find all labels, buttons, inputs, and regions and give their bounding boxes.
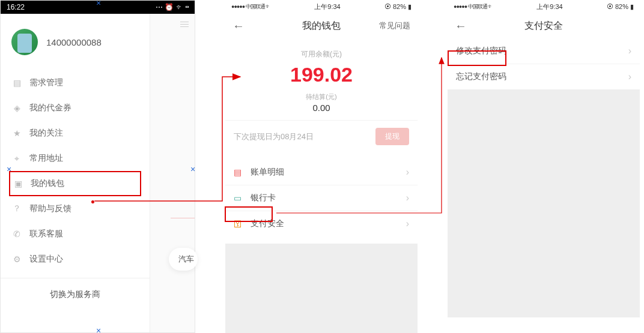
- withdraw-button[interactable]: 提现: [375, 128, 409, 145]
- list-icon: ▤: [234, 167, 245, 177]
- sidebar-item-0[interactable]: ▤需求管理: [1, 70, 150, 95]
- sidebar-item-3[interactable]: ⌖常用地址: [1, 146, 150, 171]
- withdraw-note: 下次提现日为08月24日: [234, 131, 314, 142]
- empty-area: [448, 89, 640, 317]
- menu-label: 常用地址: [29, 153, 63, 164]
- nav-title: 支付安全: [491, 20, 597, 32]
- battery: ⦿ 82% ▮: [607, 3, 634, 11]
- list-label: 忘记支付密码: [456, 71, 506, 82]
- annotation-marker-x: ×: [190, 164, 195, 174]
- empty-area: [225, 244, 418, 333]
- wallet-list: ▤账单明细›▭银行卡›⚿支付安全›: [225, 160, 418, 236]
- chevron-right-icon: ›: [628, 71, 631, 82]
- menu-label: 我的代金券: [29, 103, 71, 113]
- main-panel-peek: ——— 汽车: [150, 14, 195, 332]
- sidebar-item-7[interactable]: ⚙设置中心: [1, 247, 150, 272]
- annotation-marker-x: ×: [96, 326, 101, 333]
- screen-2-wallet: ●●●●● 中国联通 ᯤ 上午9:34 ⦿ 82% ▮ ← 我的钱包 常见问题 …: [225, 0, 418, 333]
- menu-icon: ◈: [11, 103, 22, 113]
- security-list-item-1[interactable]: 忘记支付密码›: [448, 64, 640, 89]
- drawer-sidebar: 14000000088 ▤需求管理◈我的代金券★我的关注⌖常用地址▣我的钱包？帮…: [1, 14, 150, 332]
- status-time: 16:22: [7, 3, 25, 11]
- menu-label: 我的钱包: [31, 178, 64, 189]
- profile-row[interactable]: 14000000088: [1, 14, 150, 70]
- menu-label: 我的关注: [29, 128, 63, 139]
- category-chip[interactable]: 汽车: [169, 248, 198, 271]
- pending-label: 待结算(元): [225, 92, 418, 101]
- wallet-list-item-0[interactable]: ▤账单明细›: [225, 160, 418, 185]
- annotation-marker-x: ×: [96, 0, 101, 8]
- status-icons: ⋯ ⏰ ᯤ ▭: [156, 3, 189, 11]
- list-icon: ▭: [234, 193, 245, 203]
- annotation-marker-x: ×: [7, 164, 11, 174]
- menu-icon: ▣: [13, 178, 23, 189]
- status-time: 上午9:34: [314, 2, 340, 11]
- menu-icon: ✆: [11, 229, 22, 239]
- pending-amount: 0.00: [225, 103, 418, 113]
- menu-icon: ★: [11, 128, 22, 139]
- screen-1-sidebar: 16:22 ⋯ ⏰ ᯤ ▭ 14000000088 ▤需求管理◈我的代金券★我的…: [0, 0, 195, 333]
- signal: ●●●●● 中国联通 ᯤ: [454, 3, 493, 11]
- list-label: 银行卡: [251, 193, 276, 203]
- status-time: 上午9:34: [536, 2, 562, 11]
- sidebar-item-4[interactable]: ▣我的钱包: [9, 171, 141, 196]
- signal: ●●●●● 中国联通 ᯤ: [231, 3, 270, 11]
- back-icon[interactable]: ←: [232, 19, 269, 33]
- sidebar-item-1[interactable]: ◈我的代金券: [1, 95, 150, 121]
- faq-link[interactable]: 常见问题: [374, 20, 410, 31]
- menu-label: 设置中心: [29, 254, 63, 265]
- balance-label: 可用余额(元): [225, 49, 418, 59]
- annotation-box-payment-security: [225, 206, 273, 222]
- menu-label: 需求管理: [29, 77, 63, 88]
- menu-icon: ⚙: [11, 254, 22, 265]
- chevron-right-icon: ›: [406, 193, 409, 203]
- list-label: 账单明细: [251, 167, 284, 178]
- balance-block: 可用余额(元) 199.02 待结算(元) 0.00: [225, 38, 418, 120]
- chevron-right-icon: ›: [628, 46, 631, 56]
- back-icon[interactable]: ←: [455, 19, 491, 33]
- avatar: [11, 29, 38, 55]
- sidebar-item-5[interactable]: ？帮助与反馈: [1, 196, 150, 221]
- nav-title: 我的钱包: [269, 20, 374, 32]
- ios-statusbar: ●●●●● 中国联通 ᯤ 上午9:34 ⦿ 82% ▮: [448, 0, 640, 13]
- withdraw-row: 下次提现日为08月24日 提现: [225, 120, 418, 152]
- ios-statusbar: ●●●●● 中国联通 ᯤ 上午9:34 ⦿ 82% ▮: [225, 0, 418, 13]
- menu-icon: ⌖: [11, 153, 22, 164]
- navbar: ← 我的钱包 常见问题: [225, 13, 418, 38]
- switch-role-button[interactable]: 切换为服务商: [1, 278, 150, 311]
- chevron-right-icon: ›: [406, 218, 409, 229]
- chevron-right-icon: ›: [406, 167, 409, 178]
- menu-label: 联系客服: [29, 229, 63, 239]
- balance-amount: 199.02: [225, 63, 418, 86]
- annotation-box-modify-password: [448, 50, 506, 66]
- battery: ⦿ 82% ▮: [384, 3, 412, 11]
- annotation-dot: [91, 200, 95, 204]
- sidebar-item-6[interactable]: ✆联系客服: [1, 221, 150, 247]
- hamburger-icon[interactable]: ———: [180, 20, 189, 27]
- sidebar-item-2[interactable]: ★我的关注: [1, 121, 150, 146]
- navbar: ← 支付安全: [448, 13, 640, 38]
- phone-number: 14000000088: [46, 37, 102, 47]
- menu-label: 帮助与反馈: [29, 203, 71, 214]
- menu-icon: ▤: [11, 77, 22, 88]
- menu-icon: ？: [11, 203, 22, 214]
